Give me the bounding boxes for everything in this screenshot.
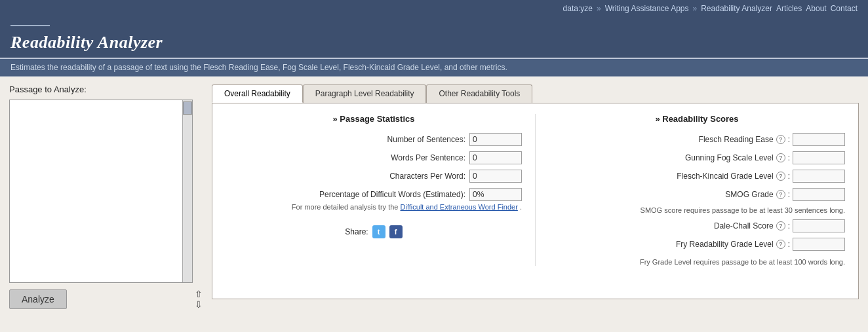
main-content: Passage to Analyze: Analyze ⇧ ⇩ Overall … <box>0 77 868 317</box>
arrow-up-button[interactable]: ⇧ <box>195 289 203 299</box>
tabs-header: Overall Readability Paragraph Level Read… <box>212 84 859 103</box>
smog-note: SMOG score requires passage to be at lea… <box>549 206 845 214</box>
vertical-divider <box>535 114 536 266</box>
nav-sep2: » <box>693 4 698 13</box>
nav-contact[interactable]: Contact <box>831 4 858 13</box>
difficult-words-input[interactable] <box>469 188 522 201</box>
flesch-kincaid-row: Flesch-Kincaid Grade Level ? : <box>549 170 845 183</box>
dale-chall-colon: : <box>788 221 790 231</box>
chars-per-word-row: Characters Per Word: <box>226 170 522 183</box>
fry-colon: : <box>788 240 790 249</box>
difficult-words-label: Percentage of Difficult Words (Estimated… <box>319 190 465 199</box>
left-panel: Passage to Analyze: Analyze ⇧ ⇩ <box>9 84 203 309</box>
passage-label: Passage to Analyze: <box>9 84 203 94</box>
fry-row: Fry Readability Grade Level ? : <box>549 238 845 251</box>
flesch-info-icon[interactable]: ? <box>776 135 785 144</box>
share-row: Share: t f <box>345 225 402 238</box>
bottom-controls: Analyze ⇧ ⇩ <box>9 289 203 309</box>
dale-chall-info-icon[interactable]: ? <box>776 221 785 231</box>
words-per-sentence-label: Words Per Sentence: <box>391 153 465 162</box>
flesch-input[interactable] <box>793 133 845 146</box>
smog-info-icon[interactable]: ? <box>776 190 785 199</box>
gunning-input[interactable] <box>793 151 845 164</box>
flesch-label: Flesch Reading Ease <box>699 135 774 144</box>
flesch-row: Flesch Reading Ease ? : <box>549 133 845 146</box>
fry-input[interactable] <box>793 238 845 251</box>
passage-textarea-wrapper <box>9 100 193 283</box>
difficult-words-link[interactable]: Difficult and Extraneous Word Finder <box>401 203 518 211</box>
smog-colon: : <box>788 190 790 199</box>
share-label: Share: <box>345 227 368 236</box>
page-title: Readability Analyzer <box>10 33 858 52</box>
flesch-kincaid-colon: : <box>788 172 790 181</box>
tab-other-tools[interactable]: Other Readability Tools <box>426 84 532 103</box>
sentences-input[interactable] <box>469 133 522 146</box>
flesch-kincaid-label: Flesch-Kincaid Grade Level <box>677 172 773 181</box>
scores-section: » Readability Scores Flesch Reading Ease… <box>549 114 845 266</box>
right-panel: Overall Readability Paragraph Level Read… <box>212 84 859 299</box>
sentences-label: Number of Sentences: <box>387 135 465 144</box>
share-section: Share: t f <box>226 215 522 238</box>
tab-overall-readability[interactable]: Overall Readability <box>212 84 303 103</box>
chars-per-word-input[interactable] <box>469 170 522 183</box>
arrow-down-button[interactable]: ⇩ <box>195 300 203 309</box>
nav-sep1: » <box>597 4 601 13</box>
nav-articles[interactable]: Articles <box>776 4 802 13</box>
readability-grid: » Passage Statistics Number of Sentences… <box>226 114 845 266</box>
sentences-row: Number of Sentences: <box>226 133 522 146</box>
passage-textarea[interactable] <box>10 100 182 282</box>
fry-info-icon[interactable]: ? <box>776 240 785 249</box>
smog-row: SMOG Grade ? : <box>549 188 845 201</box>
tab-content: » Passage Statistics Number of Sentences… <box>212 103 859 299</box>
difficult-words-row: Percentage of Difficult Words (Estimated… <box>226 188 522 211</box>
stats-section-title: » Passage Statistics <box>332 114 414 124</box>
nav-writing-apps[interactable]: Writing Assistance Apps <box>605 4 689 13</box>
smog-label: SMOG Grade <box>725 190 773 199</box>
gunning-info-icon[interactable]: ? <box>776 153 785 162</box>
gunning-label: Gunning Fog Scale Level <box>685 153 774 162</box>
twitter-icon[interactable]: t <box>372 225 385 238</box>
stats-section: » Passage Statistics Number of Sentences… <box>226 114 522 266</box>
scrollbar-track[interactable] <box>182 100 192 282</box>
analyze-button[interactable]: Analyze <box>9 289 67 309</box>
smog-input[interactable] <box>793 188 845 201</box>
words-per-sentence-row: Words Per Sentence: <box>226 151 522 164</box>
scores-section-title: » Readability Scores <box>655 114 738 124</box>
nav-readability-analyzer[interactable]: Readability Analyzer <box>701 4 772 13</box>
chars-per-word-label: Characters Per Word: <box>389 172 465 181</box>
facebook-icon[interactable]: f <box>389 225 403 238</box>
header-decoration <box>10 25 858 30</box>
scrollbar-thumb <box>183 101 192 115</box>
dale-chall-label: Dale-Chall Score <box>714 221 774 231</box>
difficult-words-label-row: Percentage of Difficult Words (Estimated… <box>319 188 522 201</box>
nav-brand[interactable]: data:yze <box>563 4 593 13</box>
fry-label: Fry Readability Grade Level <box>676 240 774 249</box>
page-subtitle: Estimates the readability of a passage o… <box>0 59 868 77</box>
nav-about[interactable]: About <box>806 4 826 13</box>
flesch-colon: : <box>788 135 790 144</box>
gunning-colon: : <box>788 153 790 162</box>
fry-note: Fry Grade Level requires passage to be a… <box>549 258 845 266</box>
difficult-words-subtext: For more detailed analysis try the Diffi… <box>292 203 522 211</box>
page-header: Readability Analyzer <box>0 17 868 59</box>
flesch-kincaid-info-icon[interactable]: ? <box>776 172 785 181</box>
words-per-sentence-input[interactable] <box>469 151 522 164</box>
tab-paragraph-readability[interactable]: Paragraph Level Readability <box>303 84 427 103</box>
arrow-controls: ⇧ ⇩ <box>195 289 203 309</box>
dale-chall-row: Dale-Chall Score ? : <box>549 219 845 232</box>
gunning-row: Gunning Fog Scale Level ? : <box>549 151 845 164</box>
flesch-kincaid-input[interactable] <box>793 170 845 183</box>
top-nav: data:yze » Writing Assistance Apps » Rea… <box>0 0 868 17</box>
dale-chall-input[interactable] <box>793 219 845 232</box>
